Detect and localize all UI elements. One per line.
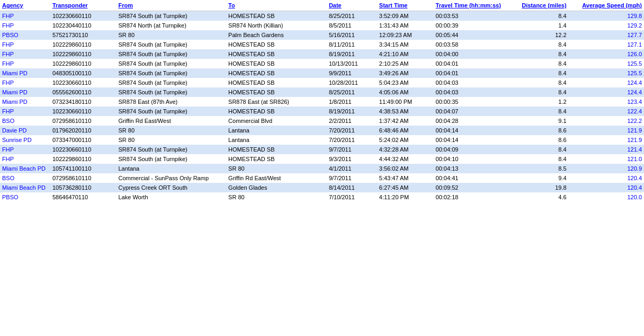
cell-transponder: 102229860110 [50, 40, 117, 49]
cell-traveltime: 00:04:03 [434, 87, 506, 97]
cell-avgspeed: 122.2 [569, 116, 644, 126]
cell-transponder: 102229860110 [50, 49, 117, 59]
table-row: FHP102230440110SR874 North (at Turnpike)… [0, 21, 644, 30]
cell-avgspeed: 121.9 [569, 126, 644, 135]
cell-date: 2/2/2011 [327, 116, 377, 126]
cell-traveltime: 00:04:10 [434, 154, 506, 164]
cell-to: HOMESTEAD SB [226, 87, 327, 97]
cell-starttime: 4:05:06 AM [377, 87, 434, 97]
cell-traveltime: 00:00:35 [434, 97, 506, 107]
cell-transponder: 072958610110 [50, 116, 117, 126]
cell-avgspeed: 121.0 [569, 154, 644, 164]
header-distance[interactable]: Distance (miles) [506, 0, 569, 11]
cell-from: SR 80 [116, 135, 226, 145]
cell-transponder: 102230660110 [50, 78, 117, 87]
cell-date: 4/1/2011 [327, 164, 377, 173]
cell-traveltime: 00:04:13 [434, 164, 506, 173]
cell-agency: FHP [0, 107, 50, 116]
header-avgspeed[interactable]: Average Speed (mph) [569, 0, 644, 11]
cell-agency: Miami PD [0, 68, 50, 78]
cell-agency: Miami Beach PD [0, 183, 50, 192]
cell-avgspeed: 123.4 [569, 97, 644, 107]
header-transponder[interactable]: Transponder [50, 0, 117, 11]
cell-date: 9/7/2011 [327, 145, 377, 154]
cell-date: 7/20/2011 [327, 135, 377, 145]
cell-distance: 9.1 [506, 116, 569, 126]
cell-transponder: 055562600110 [50, 87, 117, 97]
cell-from: SR874 North (at Turnpike) [116, 21, 226, 30]
table-row: Davie PD017962020110SR 80Lantana7/20/201… [0, 126, 644, 135]
table-row: PBSO57521730110SR 80Palm Beach Gardens5/… [0, 30, 644, 40]
table-row: BSO072958610110Commercial - SunPass Only… [0, 173, 644, 183]
header-from[interactable]: From [116, 0, 226, 11]
table-row: BSO072958610110Griffin Rd East/WestComme… [0, 116, 644, 126]
cell-agency: FHP [0, 11, 50, 21]
cell-distance: 8.5 [506, 164, 569, 173]
cell-starttime: 6:48:46 AM [377, 126, 434, 135]
cell-starttime: 4:32:28 AM [377, 145, 434, 154]
cell-to: HOMESTEAD SB [226, 59, 327, 68]
table-row: FHP102229860110SR874 South (at Turnpike)… [0, 40, 644, 49]
cell-avgspeed: 127.7 [569, 30, 644, 40]
header-date[interactable]: Date [327, 0, 377, 11]
cell-avgspeed: 120.0 [569, 192, 644, 202]
cell-starttime: 3:56:02 AM [377, 164, 434, 173]
cell-starttime: 12:09:23 AM [377, 30, 434, 40]
cell-from: Lantana [116, 164, 226, 173]
cell-to: Palm Beach Gardens [226, 30, 327, 40]
table-row: Miami PD048305100110SR874 South (at Turn… [0, 68, 644, 78]
cell-date: 5/16/2011 [327, 30, 377, 40]
cell-starttime: 2:10:25 AM [377, 59, 434, 68]
cell-date: 8/19/2011 [327, 49, 377, 59]
header-to[interactable]: To [226, 0, 327, 11]
cell-traveltime: 00:04:14 [434, 135, 506, 145]
cell-transponder: 017962020110 [50, 126, 117, 135]
cell-date: 10/13/2011 [327, 59, 377, 68]
table-row: Sunrise PD073347000110SR 80Lantana7/20/2… [0, 135, 644, 145]
cell-transponder: 102230660110 [50, 107, 117, 116]
cell-agency: Miami PD [0, 97, 50, 107]
cell-starttime: 1:31:43 AM [377, 21, 434, 30]
cell-to: HOMESTEAD SB [226, 68, 327, 78]
cell-starttime: 5:43:47 AM [377, 173, 434, 183]
cell-avgspeed: 126.0 [569, 49, 644, 59]
cell-starttime: 5:24:02 AM [377, 135, 434, 145]
header-starttime[interactable]: Start Time [377, 0, 434, 11]
cell-from: SR874 South (at Turnpike) [116, 68, 226, 78]
cell-to: Lantana [226, 135, 327, 145]
cell-agency: PBSO [0, 192, 50, 202]
cell-transponder: 102229860110 [50, 154, 117, 164]
cell-date: 8/25/2011 [327, 11, 377, 21]
cell-agency: Miami PD [0, 87, 50, 97]
table-row: FHP102230660110SR874 South (at Turnpike)… [0, 78, 644, 87]
cell-to: Golden Glades [226, 183, 327, 192]
cell-distance: 8.6 [506, 135, 569, 145]
cell-traveltime: 00:03:58 [434, 40, 506, 49]
cell-agency: PBSO [0, 30, 50, 40]
cell-date: 8/5/2011 [327, 21, 377, 30]
cell-agency: FHP [0, 21, 50, 30]
header-agency[interactable]: Agency [0, 0, 50, 11]
cell-avgspeed: 122.4 [569, 107, 644, 116]
cell-distance: 8.4 [506, 107, 569, 116]
cell-avgspeed: 129.2 [569, 21, 644, 30]
cell-to: HOMESTEAD SB [226, 145, 327, 154]
cell-avgspeed: 124.4 [569, 87, 644, 97]
cell-agency: FHP [0, 154, 50, 164]
cell-from: Commercial - SunPass Only Ramp [116, 173, 226, 183]
cell-avgspeed: 124.4 [569, 78, 644, 87]
cell-to: SR 80 [226, 164, 327, 173]
table-row: FHP102229860110SR874 South (at Turnpike)… [0, 49, 644, 59]
cell-distance: 8.6 [506, 126, 569, 135]
header-traveltime[interactable]: Travel Time (hh:mm:ss) [434, 0, 506, 11]
cell-to: Griffin Rd East/West [226, 173, 327, 183]
cell-to: SR 80 [226, 192, 327, 202]
cell-avgspeed: 120.9 [569, 164, 644, 173]
cell-traveltime: 00:04:01 [434, 59, 506, 68]
cell-transponder: 105741100110 [50, 164, 117, 173]
cell-starttime: 4:38:53 AM [377, 107, 434, 116]
cell-from: SR874 South (at Turnpike) [116, 49, 226, 59]
cell-distance: 8.4 [506, 87, 569, 97]
cell-transponder: 073234180110 [50, 97, 117, 107]
cell-distance: 8.4 [506, 145, 569, 154]
